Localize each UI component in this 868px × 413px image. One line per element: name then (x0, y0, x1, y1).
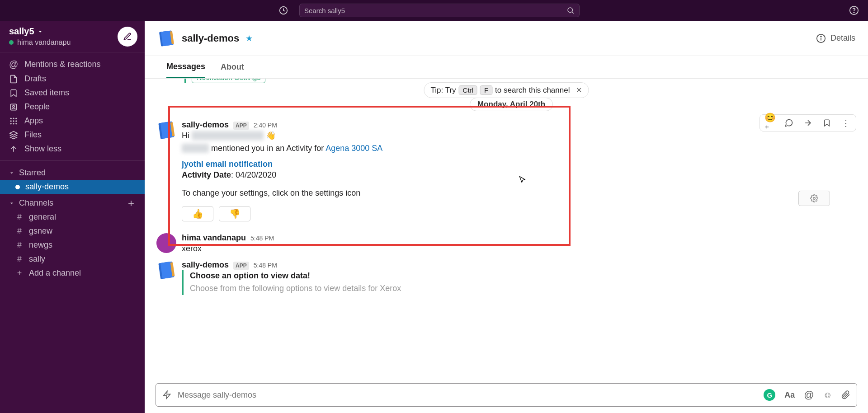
message-2: hima vandanapu 5:48 PM xerox (156, 230, 856, 258)
plus-icon[interactable] (127, 199, 136, 208)
section-channels[interactable]: Channels (0, 194, 145, 210)
lightning-icon[interactable] (162, 390, 171, 399)
files-icon (9, 131, 18, 140)
svg-point-11 (13, 120, 14, 122)
channel-newgs[interactable]: #newgs (0, 238, 145, 252)
sender-name[interactable]: sally-demos (182, 260, 229, 270)
section-starred[interactable]: Starred (0, 164, 145, 180)
composer-input[interactable] (178, 390, 757, 400)
channel-sally[interactable]: #sally (0, 252, 145, 266)
gear-icon (810, 194, 818, 202)
user-avatar (156, 233, 176, 253)
wave-emoji: 👋 (266, 131, 276, 140)
nav-people[interactable]: People (0, 100, 145, 114)
app-badge: APP (233, 262, 249, 270)
details-button[interactable]: Details (816, 33, 855, 43)
svg-point-10 (10, 120, 12, 122)
caret-down-icon (9, 201, 14, 206)
grammarly-icon[interactable]: G (764, 389, 775, 401)
nav-drafts[interactable]: Drafts (0, 72, 145, 86)
date-divider: Monday, April 20th (470, 98, 553, 111)
tab-messages[interactable]: Messages (166, 56, 205, 78)
thumbs-down-button[interactable]: 👎 (219, 206, 250, 221)
svg-point-15 (15, 123, 17, 124)
people-icon (9, 103, 18, 112)
kbd-f: F (480, 85, 492, 95)
activity-title-link[interactable]: jyothi email notification (182, 160, 273, 169)
timestamp: 5:48 PM (250, 235, 274, 242)
compose-button[interactable] (118, 27, 137, 47)
svg-point-6 (13, 105, 14, 107)
timestamp: 2:40 PM (254, 122, 277, 129)
svg-point-1 (568, 8, 573, 13)
message-1: sally-demos APP 2:40 PM Hi @hima vandana… (156, 117, 856, 224)
svg-point-4 (854, 12, 854, 13)
presence-indicator (9, 40, 14, 45)
nav-mentions[interactable]: @Mentions & reactions (0, 57, 145, 72)
app-badge: APP (233, 122, 249, 130)
apps-icon (9, 117, 18, 126)
timestamp: 5:48 PM (254, 262, 277, 269)
redacted-mention: @hima vandanapu (192, 131, 264, 140)
svg-point-25 (821, 36, 821, 37)
sidebar-item-sally-demos[interactable]: sally-demos (0, 180, 145, 194)
svg-marker-33 (164, 391, 170, 399)
app-avatar (156, 260, 176, 280)
presence-dot-icon (15, 185, 20, 189)
compose-icon (123, 32, 132, 41)
cursor-icon (518, 175, 527, 187)
channel-gsnew[interactable]: #gsnew (0, 224, 145, 238)
app-avatar (156, 120, 176, 140)
nav-files[interactable]: Files (0, 128, 145, 142)
bookmark-icon[interactable] (821, 117, 832, 128)
redacted-actor: Sadhu (182, 144, 209, 153)
mention-icon[interactable]: @ (804, 389, 814, 401)
sender-name[interactable]: sally-demos (182, 120, 229, 130)
svg-point-13 (10, 123, 12, 124)
current-user[interactable]: hima vandanapu (9, 38, 71, 47)
info-icon (816, 33, 826, 43)
workspace-switcher[interactable]: sally5 (9, 26, 71, 37)
star-icon[interactable]: ★ (245, 33, 253, 43)
channel-avatar-icon (156, 28, 176, 48)
nav-showless[interactable]: Show less (0, 142, 145, 156)
bookmark-icon (9, 89, 18, 98)
close-icon[interactable]: ✕ (576, 86, 582, 94)
add-reaction-icon[interactable]: 😊⁺ (764, 117, 775, 128)
account-link[interactable]: Agena 3000 SA (326, 144, 382, 153)
search-placeholder: Search sally5 (304, 7, 566, 14)
formatting-icon[interactable]: Aa (784, 390, 795, 400)
search-icon (566, 6, 575, 14)
sender-name[interactable]: hima vandanapu (182, 233, 246, 243)
drafts-icon (9, 75, 18, 84)
kbd-ctrl: Ctrl (459, 85, 477, 95)
sidebar: sally5 hima vandanapu @Mentions & reacti… (0, 21, 145, 413)
search-tip: Tip: Try Ctrl F to search this channel ✕ (424, 82, 589, 98)
message-composer[interactable]: G Aa @ ☺ (156, 383, 857, 407)
nav-saved[interactable]: Saved items (0, 86, 145, 100)
help-icon[interactable] (849, 5, 859, 15)
nav-apps[interactable]: Apps (0, 114, 145, 128)
emoji-icon[interactable]: ☺ (823, 390, 832, 400)
notification-settings-chip[interactable]: Notification Settings (192, 79, 265, 83)
message-hover-actions: 😊⁺ ⋮ (760, 114, 856, 131)
thumbs-up-button[interactable]: 👍 (182, 206, 213, 221)
main-panel: sally-demos ★ Details Messages About Not… (145, 21, 868, 413)
add-channel[interactable]: +Add a channel (0, 266, 145, 280)
search-input[interactable]: Search sally5 (299, 4, 580, 17)
arrow-up-icon (9, 145, 18, 154)
svg-point-7 (10, 117, 12, 119)
history-icon[interactable] (278, 5, 288, 15)
svg-point-8 (13, 117, 14, 119)
more-actions-icon[interactable]: ⋮ (840, 117, 851, 128)
top-bar: Search sally5 (0, 0, 868, 21)
share-icon[interactable] (802, 117, 813, 128)
settings-button[interactable] (798, 191, 830, 206)
tab-about[interactable]: About (221, 57, 244, 77)
thread-icon[interactable] (783, 117, 794, 128)
attachment-icon[interactable] (841, 390, 850, 399)
channel-general[interactable]: #general (0, 210, 145, 224)
svg-point-12 (15, 120, 17, 122)
svg-point-14 (13, 123, 14, 124)
channel-title[interactable]: sally-demos (182, 33, 239, 44)
